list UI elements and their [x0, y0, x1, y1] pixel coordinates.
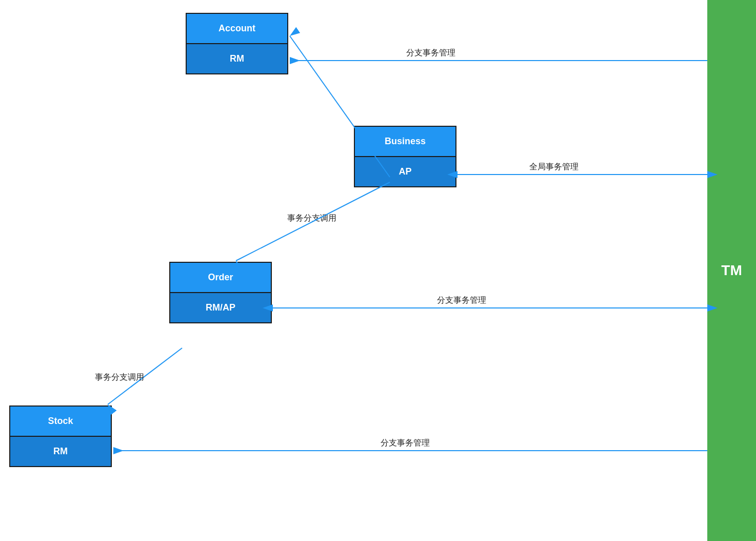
- account-sublabel: RM: [230, 53, 244, 64]
- account-label: Account: [218, 23, 255, 33]
- stock-top: Stock: [10, 407, 111, 437]
- branch-mgmt-label-1: 分支事务管理: [406, 48, 455, 57]
- branch-mgmt-label-2: 分支事务管理: [437, 296, 486, 304]
- business-sublabel: AP: [399, 166, 411, 177]
- tm-label: TM: [721, 262, 742, 279]
- account-box: Account RM: [186, 13, 288, 74]
- business-label: Business: [385, 136, 426, 146]
- branch-call-arrow-2: [236, 182, 390, 261]
- stock-sublabel: RM: [53, 446, 68, 456]
- stock-label: Stock: [48, 416, 73, 426]
- stock-bottom: RM: [10, 437, 111, 466]
- order-sublabel: RM/AP: [206, 302, 235, 313]
- business-box: Business AP: [354, 126, 456, 187]
- stock-box: Stock RM: [9, 405, 112, 467]
- order-label: Order: [208, 272, 233, 282]
- diagram-container: TM Account RM Business AP Order RM/AP St…: [0, 0, 756, 541]
- global-mgmt-label: 全局事务管理: [529, 162, 579, 171]
- order-box: Order RM/AP: [169, 262, 272, 323]
- tm-bar: TM: [707, 0, 756, 541]
- arrows-svg: 分支事务管理 全局事务管理 分支事务管理 分支事务管理 事务分支调用 事务分支调…: [0, 0, 756, 541]
- business-top: Business: [355, 127, 455, 157]
- branch-mgmt-label-3: 分支事务管理: [381, 438, 430, 447]
- branch-call-label-2: 事务分支调用: [95, 373, 144, 381]
- account-bottom: RM: [187, 44, 287, 73]
- account-top: Account: [187, 14, 287, 44]
- branch-call-label-1: 事务分支调用: [287, 214, 336, 222]
- order-bottom: RM/AP: [170, 293, 271, 322]
- business-bottom: AP: [355, 157, 455, 186]
- branch-call-arrow-3: [108, 348, 182, 404]
- order-top: Order: [170, 263, 271, 293]
